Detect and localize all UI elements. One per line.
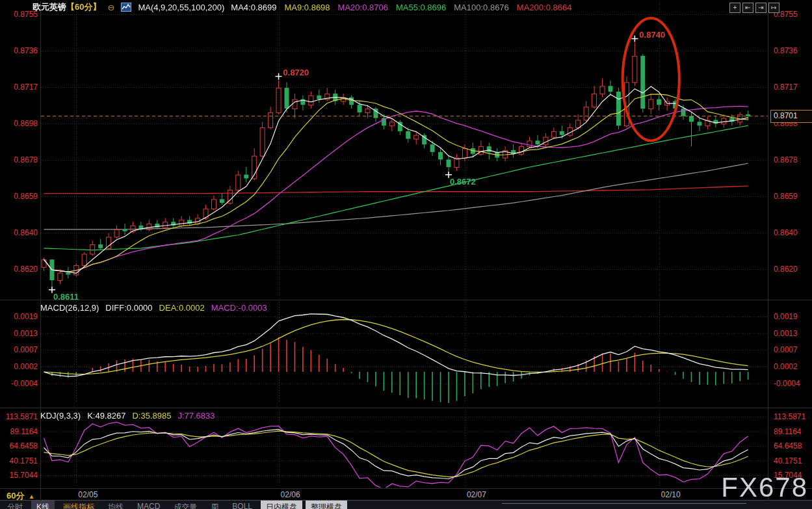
kdj-title: KDJ(9,3,3) (40, 411, 81, 421)
kdj-indicator-chart[interactable] (41, 410, 768, 488)
axis-tick-label: 0.8620 (774, 265, 798, 274)
shift-axis-right-icon[interactable]: ⇥ (755, 3, 766, 13)
footer-period-label[interactable]: 60分 (7, 491, 24, 501)
step-forward-icon[interactable]: ↦ (768, 3, 779, 13)
axis-tick-label: 64.6458 (1, 441, 38, 450)
ma-group-label: MA(4,9,20,55,100,200) (138, 3, 224, 12)
axis-tick-label: 40.1751 (1, 456, 38, 465)
axis-tick-label: 0.0019 (774, 312, 798, 321)
macd-macd-value: MACD:-0.0003 (211, 303, 267, 313)
axis-tick-label: 89.1164 (774, 427, 802, 436)
panel-separator (0, 488, 812, 489)
horizontal-scrollbar[interactable] (502, 503, 746, 504)
axis-tick-label: -0.0004 (1, 379, 38, 388)
ma-values: MA4:0.8699MA9:0.8698MA20:0.8706MA55:0.86… (231, 3, 571, 12)
ma-value-label: MA100:0.8676 (454, 3, 509, 12)
axis-tick-label: 0.8736 (774, 46, 798, 55)
plot-right-border (768, 1, 768, 501)
main-chart-header: 欧元英镑【60分】 ⊖ MA(4,9,20,55,100,200) MA4:0.… (33, 1, 571, 13)
kdj-d-value: D:35.8985 (132, 411, 171, 421)
axis-tick-label: 0.8659 (774, 192, 798, 201)
chart-toolbar: +⇤⇥↦ (729, 3, 779, 13)
ma-value-label: MA200:0.8664 (517, 3, 572, 12)
axis-tick-label: 113.5871 (1, 412, 38, 421)
macd-panel-header: MACD(26,12,9) DIFF:0.0000 DEA:0.0002 MAC… (40, 303, 267, 313)
axis-tick-label: 15.7044 (1, 471, 38, 480)
price-annotation: 0.8720 (283, 68, 309, 77)
axis-tick-label: 89.1164 (1, 427, 38, 436)
last-price-badge: 0.8701 (770, 110, 812, 123)
x-axis-date-label: 02/10 (661, 490, 681, 499)
price-candlestick-chart[interactable] (41, 1, 768, 299)
bottom-tab-BOLL[interactable]: BOLL (227, 501, 257, 509)
axis-tick-label: 0.8717 (1, 83, 38, 92)
bottom-tab-日内横盘[interactable]: 日内横盘 (261, 501, 302, 509)
axis-tick-label: 0.8678 (774, 155, 798, 164)
axis-tick-label: 0.8640 (1, 228, 38, 237)
macd-indicator-chart[interactable] (41, 302, 768, 403)
axis-tick-label: 0.0002 (1, 362, 38, 371)
bottom-tab-均线[interactable]: 均线 (103, 501, 129, 509)
panel-separator (0, 408, 812, 408)
axis-tick-label: 0.0013 (1, 329, 38, 338)
axis-tick-label: 0.8620 (1, 265, 38, 274)
kdj-panel-header: KDJ(9,3,3) K:49.8267 D:35.8985 J:77.6833 (40, 411, 215, 421)
ma-value-label: MA4:0.8699 (231, 3, 276, 12)
price-annotation: 0.8740 (639, 30, 665, 40)
macd-title: MACD(26,12,9) (40, 303, 99, 313)
x-axis-date-label: 02/06 (281, 490, 300, 499)
kdj-k-value: K:49.8267 (87, 411, 125, 421)
axis-tick-label: 0.8659 (1, 192, 38, 201)
axis-tick-label: 40.1751 (774, 456, 802, 465)
shift-axis-left-icon[interactable]: ⇤ (742, 3, 753, 13)
bottom-tab-成交量[interactable]: 成交量 (168, 501, 202, 509)
move-crosshair-icon[interactable]: + (729, 3, 740, 13)
bottom-tab-分时[interactable]: 分时 (2, 501, 28, 509)
axis-tick-label: 0.8678 (1, 155, 38, 164)
plot-left-border (40, 1, 41, 501)
x-axis-date-label: 02/07 (467, 490, 486, 499)
axis-tick-label: 113.5871 (774, 412, 805, 421)
period-label[interactable]: 【60分】 (66, 2, 101, 12)
ma-value-label: MA20:0.8706 (338, 3, 388, 12)
kdj-j-value: J:77.6833 (177, 411, 215, 421)
chart-type-icon[interactable] (121, 3, 131, 12)
watermark: FX678 (721, 472, 808, 503)
axis-tick-label: 0.0007 (1, 345, 38, 354)
price-annotation: 0.8611 (53, 292, 79, 302)
axis-tick-label: 64.6458 (774, 441, 802, 450)
axis-tick-label: 0.8698 (1, 119, 38, 128)
bottom-tab-画线指标[interactable]: 画线指标 (58, 501, 99, 509)
ma-value-label: MA9:0.8698 (284, 3, 330, 12)
bottom-tab-bar: 分时K线画线指标均线MACD成交量周BOLL日内横盘整理横盘 (0, 501, 812, 509)
panel-separator (0, 300, 812, 300)
trading-app-window: 欧元英镑【60分】 ⊖ MA(4,9,20,55,100,200) MA4:0.… (0, 0, 812, 509)
bottom-tab-K线[interactable]: K线 (31, 501, 55, 509)
axis-tick-label: 0.0007 (774, 345, 798, 354)
price-annotation: 0.8672 (450, 177, 476, 187)
indicator-settings-icon[interactable]: ⊖ (107, 3, 114, 12)
axis-tick-label: 0.0019 (1, 312, 38, 321)
bottom-tab-周[interactable]: 周 (205, 501, 224, 509)
bottom-tab-整理横盘[interactable]: 整理横盘 (306, 501, 347, 509)
axis-tick-label: 0.8736 (1, 46, 38, 55)
axis-tick-label: -0.0004 (774, 379, 800, 388)
macd-dea-value: DEA:0.0002 (159, 303, 205, 313)
macd-diff-value: DIFF:0.0000 (105, 303, 152, 313)
period-up-arrow-icon[interactable]: ▲ (28, 493, 34, 500)
axis-tick-label: 0.0002 (774, 362, 798, 371)
bottom-tab-MACD[interactable]: MACD (132, 501, 165, 509)
ma-value-label: MA55:0.8696 (396, 3, 446, 12)
x-axis-date-label: 02/05 (78, 490, 98, 499)
axis-tick-label: 0.0013 (774, 329, 798, 338)
axis-tick-label: 0.8717 (774, 83, 798, 92)
symbol-name: 欧元英镑 (33, 2, 66, 12)
axis-tick-label: 0.8640 (774, 228, 798, 237)
